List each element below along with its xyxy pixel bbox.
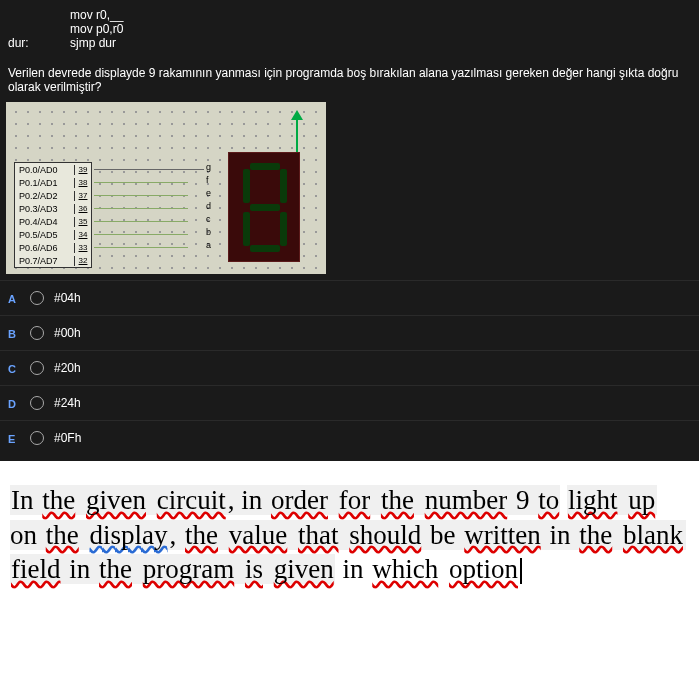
option-letter: C	[8, 361, 30, 375]
arrow-up-icon	[291, 110, 303, 120]
option-text: #20h	[54, 361, 81, 375]
pin-row: P0.2/AD237	[15, 189, 91, 202]
segment-c	[280, 212, 287, 246]
code-text-1: mov r0,__	[70, 8, 123, 22]
pin-row: P0.7/AD732	[15, 254, 91, 267]
code-label-2	[0, 22, 70, 36]
wire	[94, 195, 188, 196]
seg-label-e: e	[206, 188, 211, 198]
assembly-code: mov r0,__ mov p0,r0 dur: sjmp dur	[0, 8, 699, 50]
seg-label-b: b	[206, 227, 211, 237]
segment-f	[243, 169, 250, 203]
seg-label-g: g	[206, 162, 211, 172]
pin-row: P0.3/AD336	[15, 202, 91, 215]
pin-row: P0.5/AD534	[15, 228, 91, 241]
option-letter: A	[8, 291, 30, 305]
radio-icon[interactable]	[30, 291, 44, 305]
segment-a	[250, 163, 280, 170]
wire	[94, 182, 188, 183]
vcc-line	[296, 118, 298, 152]
option-letter: B	[8, 326, 30, 340]
seg-label-d: d	[206, 201, 211, 211]
option-c[interactable]: C #20h	[0, 350, 699, 385]
translation-text[interactable]: In the given circuit, in order for the n…	[0, 461, 699, 597]
quiz-panel: mov r0,__ mov p0,r0 dur: sjmp dur Verile…	[0, 0, 699, 461]
pin-row: P0.4/AD435	[15, 215, 91, 228]
code-label-3: dur:	[0, 36, 70, 50]
segment-e	[243, 212, 250, 246]
radio-icon[interactable]	[30, 431, 44, 445]
code-text-2: mov p0,r0	[70, 22, 123, 36]
text-cursor	[520, 558, 522, 584]
option-letter: D	[8, 396, 30, 410]
option-b[interactable]: B #00h	[0, 315, 699, 350]
radio-icon[interactable]	[30, 361, 44, 375]
option-text: #00h	[54, 326, 81, 340]
option-letter: E	[8, 431, 30, 445]
wire	[94, 169, 204, 170]
option-text: #0Fh	[54, 431, 81, 445]
wire	[94, 221, 188, 222]
mcu-pin-block: P0.0/AD039 P0.1/AD138 P0.2/AD237 P0.3/AD…	[14, 162, 92, 268]
pin-row: P0.0/AD039	[15, 163, 91, 176]
question-text: Verilen devrede displayde 9 rakamının ya…	[0, 50, 699, 102]
seg-label-c: c	[206, 214, 211, 224]
wire	[94, 234, 188, 235]
seg-label-f: f	[206, 175, 209, 185]
radio-icon[interactable]	[30, 326, 44, 340]
seven-segment-display	[228, 152, 300, 262]
code-label-1	[0, 8, 70, 22]
segment-d	[250, 245, 280, 252]
segment-g	[250, 204, 280, 211]
code-text-3: sjmp dur	[70, 36, 116, 50]
pin-row: P0.6/AD633	[15, 241, 91, 254]
wire	[94, 247, 188, 248]
segment-b	[280, 169, 287, 203]
option-a[interactable]: A #04h	[0, 280, 699, 315]
option-text: #04h	[54, 291, 81, 305]
circuit-diagram: P0.0/AD039 P0.1/AD138 P0.2/AD237 P0.3/AD…	[6, 102, 326, 274]
seg-label-a: a	[206, 240, 211, 250]
option-e[interactable]: E #0Fh	[0, 420, 699, 455]
radio-icon[interactable]	[30, 396, 44, 410]
wire	[94, 208, 188, 209]
option-d[interactable]: D #24h	[0, 385, 699, 420]
pin-row: P0.1/AD138	[15, 176, 91, 189]
option-text: #24h	[54, 396, 81, 410]
